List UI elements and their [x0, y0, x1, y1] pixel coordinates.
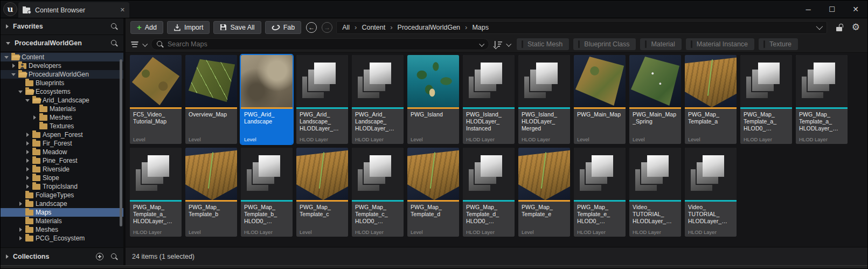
tree-item-meshes[interactable]: Meshes: [1, 113, 123, 122]
maximize-button[interactable]: ☐: [820, 1, 844, 18]
tab-content-browser[interactable]: Content Browser ✕: [18, 2, 129, 18]
expander-arrow-icon[interactable]: [11, 73, 16, 76]
asset-tile-video_tutorial_hlodlayer_-[interactable]: Video_ TUTORIAL_ HLODLayer_…HLOD Layer: [685, 148, 737, 237]
tab-close-icon[interactable]: ✕: [120, 6, 125, 13]
asset-tile-video_tutorial_hlodlayer_-[interactable]: Video_ TUTORIAL_ HLODLayer_…HLOD Layer: [629, 148, 681, 237]
add-collection-icon[interactable]: [96, 253, 103, 260]
tree-item-riverside[interactable]: Riverside: [1, 165, 123, 174]
forward-button[interactable]: →: [322, 22, 332, 33]
expander-arrow-icon[interactable]: [4, 56, 9, 59]
search-icon[interactable]: [111, 253, 118, 260]
fab-button[interactable]: Fab: [265, 21, 302, 34]
minimize-button[interactable]: ─: [796, 1, 820, 18]
filter-chip-texture[interactable]: Texture: [759, 38, 798, 50]
search-input[interactable]: [168, 40, 476, 48]
breadcrumb-item-content[interactable]: Content: [362, 24, 385, 31]
add-button[interactable]: + Add: [130, 21, 163, 34]
favorites-section-header[interactable]: Favorites: [1, 18, 123, 35]
expander-arrow-icon[interactable]: [25, 158, 30, 163]
breadcrumb-item-proceduralworldgen[interactable]: ProceduralWorldGen: [398, 24, 461, 31]
expander-arrow-icon[interactable]: [32, 115, 37, 120]
asset-tile-pwg_map_template_a_hlodlayer_-[interactable]: PWG_Map_ Template_a_ HLODLayer_…HLOD Lay…: [130, 148, 182, 237]
tree-item-meshes[interactable]: Meshes: [1, 225, 123, 234]
chevron-right-icon[interactable]: [6, 24, 9, 29]
asset-tile-pwg_island_hlodlayer_merged[interactable]: PWG_Island_ HLODLayer_ MergedHLOD Layer: [518, 55, 570, 144]
sources-section-header[interactable]: ProceduralWorldGen: [1, 35, 123, 52]
asset-tile-pwg_map_template_e_hlod0_-[interactable]: PWG_Map_ Template_e_ HLOD0_…HLOD Layer: [574, 148, 626, 237]
expander-arrow-icon[interactable]: [18, 227, 23, 232]
expander-arrow-icon[interactable]: [25, 176, 30, 180]
asset-tile-pwg_arid_landscape_hlodlayer_-[interactable]: PWG_Arid_ Landscape_ HLODLayer_…HLOD Lay…: [352, 55, 404, 144]
chevron-down-icon[interactable]: [142, 41, 148, 46]
filter-chip-material-instance[interactable]: Material Instance: [686, 38, 754, 50]
tree-item-meadow[interactable]: Meadow: [1, 148, 123, 156]
asset-tile-pwg_main_map[interactable]: PWG_Main_MapLevel: [574, 55, 626, 144]
expander-arrow-icon[interactable]: [18, 91, 23, 93]
import-button[interactable]: Import: [167, 21, 210, 34]
breadcrumb[interactable]: All›Content›ProceduralWorldGen›Maps: [336, 21, 827, 34]
asset-tile-pwg_map_template_a_hlodlayer_-[interactable]: PWG_Map_ Template_a_ HLODLayer_…HLOD Lay…: [796, 55, 848, 144]
tree-item-maps[interactable]: Maps: [1, 208, 123, 217]
chevron-down-icon[interactable]: [816, 23, 823, 30]
asset-tile-pwg_map_template_e[interactable]: PWG_Map_ Template_eLevel: [518, 148, 570, 237]
unlock-icon[interactable]: [836, 24, 843, 31]
asset-tile-pwg_map_template_a_hlod0_-[interactable]: PWG_Map_ Template_a_ HLOD0_…HLOD Layer: [740, 55, 792, 144]
tree-item-foliagetypes[interactable]: FoliageTypes: [1, 191, 123, 199]
chevron-down-icon[interactable]: [479, 41, 484, 46]
search-box[interactable]: [151, 38, 489, 50]
tree-item-aspen_forest[interactable]: Aspen_Forest: [1, 130, 123, 139]
chevron-down-icon[interactable]: [6, 42, 10, 45]
expander-arrow-icon[interactable]: [25, 167, 30, 171]
tree-item-landscape[interactable]: Landscape: [1, 199, 123, 208]
asset-tile-pwg_map_template_d[interactable]: PWG_Map_ Template_dLevel: [407, 148, 459, 237]
tree-item-tropicisland[interactable]: TropicIsland: [1, 182, 123, 191]
asset-tile-pwg_arid_landscape[interactable]: PWG_Arid_ LandscapeLevel: [241, 55, 293, 144]
chevron-right-icon[interactable]: [6, 254, 9, 259]
search-icon[interactable]: [111, 23, 118, 30]
expander-arrow-icon[interactable]: [25, 141, 30, 146]
asset-tile-pwg_map_template_c_hlod0_-[interactable]: PWG_Map_ Template_c_ HLOD0_…HLOD Layer: [352, 148, 404, 237]
save-all-button[interactable]: Save All: [213, 21, 261, 34]
expander-arrow-icon[interactable]: [11, 64, 16, 68]
asset-tile-pwg_map_template_a[interactable]: PWG_Map_ Template_aLevel: [685, 55, 737, 144]
asset-tile-pwg_island_hlodlayer_instanced[interactable]: PWG_Island_ HLODLayer_ InstancedHLOD Lay…: [463, 55, 515, 144]
expander-arrow-icon[interactable]: [25, 150, 30, 154]
tree-item-pine_forest[interactable]: Pine_Forest: [1, 156, 123, 165]
expander-arrow-icon[interactable]: [18, 236, 23, 240]
chevron-down-icon[interactable]: [506, 41, 511, 46]
expander-arrow-icon[interactable]: [18, 202, 23, 206]
asset-tile-pwg_main_map_spring[interactable]: PWG_Main_Map _SpringLevel: [629, 55, 681, 144]
back-button[interactable]: ←: [306, 22, 317, 33]
asset-tile-pwg_map_template_b[interactable]: PWG_Map_ Template_bLevel: [185, 148, 237, 237]
tree-item-content[interactable]: Content: [1, 53, 123, 61]
expander-arrow-icon[interactable]: [25, 99, 30, 102]
search-icon[interactable]: [111, 40, 118, 47]
tree-item-textures[interactable]: Textures: [1, 122, 123, 130]
asset-tile-overview_map[interactable]: Overview_MapLevel: [185, 55, 237, 144]
tree-item-proceduralworldgen[interactable]: ProceduralWorldGen: [1, 70, 123, 79]
gear-icon[interactable]: ⚙: [852, 23, 860, 32]
tree-item-ecosystems[interactable]: Ecosystems: [1, 87, 123, 96]
tree-item-materials[interactable]: Materials: [1, 105, 123, 113]
tree-item-slope[interactable]: Slope: [1, 174, 123, 182]
tree-item-blueprints[interactable]: Blueprints: [1, 79, 123, 87]
asset-tile-pwg_island[interactable]: PWG_IslandLevel: [407, 55, 459, 144]
breadcrumb-item-maps[interactable]: Maps: [472, 24, 489, 31]
tree-scrollbar[interactable]: [120, 59, 122, 226]
asset-tile-fc5_video_tutorial_map[interactable]: FC5_Video_ Tutorial_MapLevel: [130, 55, 182, 144]
filter-chip-material[interactable]: Material: [640, 38, 681, 50]
tree-item-developers[interactable]: Developers: [1, 61, 123, 70]
close-button[interactable]: ✕: [844, 1, 867, 18]
filter-funnel-icon[interactable]: [131, 42, 138, 47]
asset-tile-pwg_map_template_d_hlod0_-[interactable]: PWG_Map_ Template_d_ HLOD0_…HLOD Layer: [463, 148, 515, 237]
asset-tile-pwg_map_template_b_hlod0_-[interactable]: PWG_Map_ Template_b_ HLOD0_…HLOD Layer: [241, 148, 293, 237]
expander-arrow-icon[interactable]: [25, 133, 30, 137]
filter-chip-blueprint-class[interactable]: Blueprint Class: [573, 38, 636, 50]
asset-tile-pwg_map_template_c[interactable]: PWG_Map_ Template_cLevel: [296, 148, 348, 237]
asset-tile-pwg_arid_landscape_hlodlayer_-[interactable]: PWG_Arid_ Landscape_ HLODLayer_…HLOD Lay…: [296, 55, 348, 144]
breadcrumb-item-all[interactable]: All: [342, 24, 350, 31]
expander-arrow-icon[interactable]: [25, 184, 30, 189]
sort-icon[interactable]: [494, 41, 502, 48]
filter-chip-static-mesh[interactable]: Static Mesh: [517, 38, 569, 50]
tree-item-materials[interactable]: Materials: [1, 217, 123, 225]
